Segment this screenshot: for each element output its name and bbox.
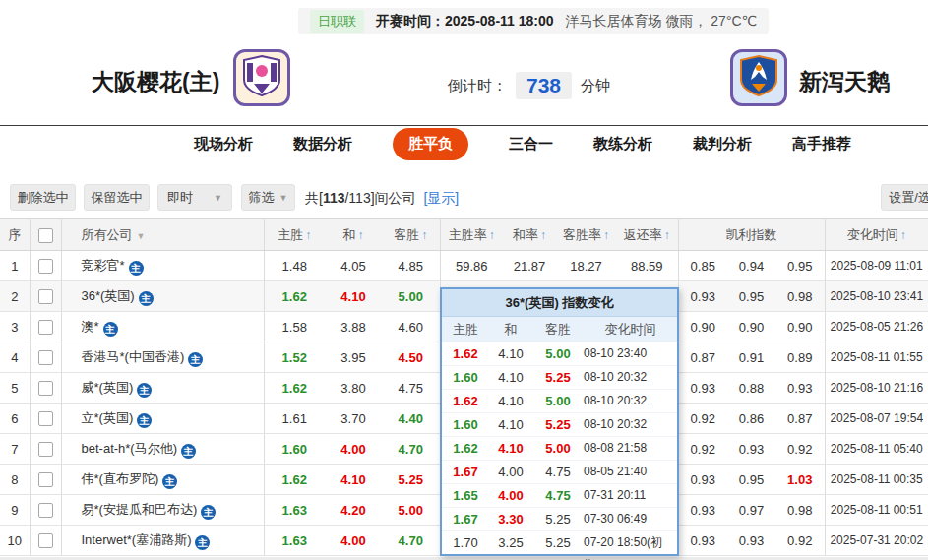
live-odds-dropdown[interactable]: 即时 ▼: [157, 184, 232, 211]
chevron-down-icon: ▼: [137, 231, 146, 241]
row-index: 3: [0, 312, 30, 342]
popup-odds-cell: 4.10: [489, 342, 532, 365]
popup-time-cell: 08-10 23:40: [584, 342, 677, 365]
tab-data-analysis[interactable]: 数据分析: [293, 135, 352, 154]
row-index: 10: [0, 526, 30, 556]
odds-cell: 4.85: [382, 251, 440, 281]
odds-cell: 4.60: [382, 312, 440, 342]
table-row: 1竞彩官*主1.484.054.8559.8621.8718.2788.590.…: [0, 251, 928, 281]
kelly-cell: 0.92: [678, 434, 727, 465]
sort-up-icon: ↑: [421, 228, 427, 242]
row-checkbox[interactable]: [30, 495, 61, 526]
settings-button[interactable]: 设置/选择: [881, 184, 928, 211]
company-name[interactable]: 威*(英国)主: [61, 373, 264, 404]
keep-selected-button[interactable]: 保留选中: [84, 184, 150, 211]
row-checkbox[interactable]: [30, 342, 61, 373]
kelly-cell: 0.88: [727, 373, 775, 404]
sort-up-icon: ↑: [305, 228, 311, 242]
row-checkbox[interactable]: [30, 434, 61, 465]
row-checkbox[interactable]: [30, 312, 61, 342]
company-name[interactable]: 伟*(直布罗陀)主: [61, 465, 264, 495]
odds-cell: 1.62: [264, 373, 325, 404]
company-name[interactable]: 易*(安提瓜和巴布达)主: [61, 495, 264, 526]
count-suffix: /113]间公司: [344, 190, 415, 206]
popup-row: 1.673.305.2507-30 06:49: [442, 507, 677, 530]
company-name[interactable]: 竞彩官*主: [61, 251, 264, 281]
row-checkbox[interactable]: [30, 281, 61, 312]
col-company-label: 所有公司: [82, 227, 133, 242]
count-number: 113: [323, 190, 345, 206]
kelly-cell: 0.94: [727, 251, 775, 281]
odds-cell: 3.70: [325, 404, 382, 434]
company-name[interactable]: 香港马*(中国香港)主: [61, 342, 264, 373]
change-time: 2025-08-10 21:16: [825, 373, 928, 404]
tab-referee-analysis[interactable]: 裁判分析: [693, 135, 752, 154]
row-checkbox[interactable]: [30, 404, 61, 434]
filter-dropdown[interactable]: 筛选 ▼: [241, 184, 295, 211]
popup-row: 1.624.105.0008-10 23:40: [442, 342, 677, 365]
popup-odds-cell: 4.10: [489, 366, 532, 389]
sort-up-icon: ↑: [540, 228, 546, 242]
tab-expert-picks[interactable]: 高手推荐: [792, 135, 851, 154]
popup-odds-cell: 4.75: [532, 484, 584, 507]
company-name[interactable]: Interwet*(塞浦路斯)主: [61, 526, 264, 556]
odds-cell: 3.80: [325, 373, 382, 404]
change-time: 2025-07-31 20:02: [825, 526, 928, 556]
tab-win-draw-lose[interactable]: 胜平负: [393, 128, 468, 160]
col-away-odds[interactable]: 客胜↑: [382, 219, 440, 251]
host-badge-icon: 主: [129, 261, 144, 276]
sort-up-icon: ↑: [603, 228, 609, 242]
rate-cell: 59.86: [440, 251, 503, 281]
popup-odds-cell: 5.00: [532, 437, 584, 460]
delete-selected-button[interactable]: 删除选中: [10, 184, 76, 211]
popup-header-row: 主胜 和 客胜 变化时间: [442, 317, 677, 342]
popup-row: 1.624.105.0008-08 21:58: [442, 436, 677, 460]
popup-odds-cell: 1.65: [442, 484, 489, 507]
tab-live-analysis[interactable]: 现场分析: [194, 135, 253, 154]
odds-cell: 1.63: [264, 495, 325, 526]
kelly-cell: 0.85: [678, 251, 727, 281]
odds-cell: 1.62: [264, 465, 325, 495]
select-all-checkbox[interactable]: [30, 219, 61, 251]
col-away-rate[interactable]: 客胜率↑: [556, 219, 616, 251]
popup-odds-cell: 1.67: [442, 508, 489, 530]
col-return-rate[interactable]: 返还率↑: [616, 219, 678, 251]
show-link[interactable]: [显示]: [423, 190, 459, 206]
kelly-cell: 0.93: [678, 526, 727, 556]
host-badge-icon: 主: [195, 535, 210, 550]
popup-odds-cell: 1.62: [442, 390, 489, 412]
away-team-logo: [730, 49, 787, 106]
company-name[interactable]: 立*(英国)主: [61, 404, 264, 434]
col-change-time[interactable]: 变化时间↑: [825, 219, 928, 251]
odds-cell: 1.52: [264, 342, 325, 373]
host-badge-icon: 主: [103, 322, 118, 337]
row-checkbox[interactable]: [30, 526, 61, 556]
popup-odds-cell: 1.70: [442, 531, 489, 560]
col-home-odds[interactable]: 主胜↑: [264, 219, 325, 251]
row-checkbox[interactable]: [30, 373, 61, 404]
row-checkbox[interactable]: [30, 465, 61, 495]
company-name[interactable]: 澳*主: [61, 312, 264, 342]
col-draw-odds[interactable]: 和↑: [325, 219, 382, 251]
kelly-cell: 0.95: [727, 465, 775, 495]
odds-cell: 4.75: [382, 373, 440, 404]
change-time: 2025-08-09 11:01: [825, 251, 928, 281]
row-checkbox[interactable]: [30, 251, 61, 281]
col-draw-rate[interactable]: 和率↑: [503, 219, 556, 251]
kelly-cell: 0.90: [678, 312, 727, 342]
col-company[interactable]: 所有公司▼: [61, 219, 264, 251]
kelly-cell: 0.86: [727, 404, 775, 434]
popup-col-away: 客胜: [532, 317, 584, 342]
company-name[interactable]: 36*(英国)主: [61, 281, 264, 312]
kelly-cell: 0.90: [727, 312, 775, 342]
kelly-cell: 0.93: [678, 373, 727, 404]
company-name[interactable]: bet-at-h*(马尔他)主: [61, 434, 264, 465]
popup-col-home: 主胜: [442, 317, 489, 342]
kelly-cell: 0.92: [775, 434, 825, 465]
popup-time-cell: 08-10 20:32: [584, 390, 677, 412]
tab-coach-analysis[interactable]: 教练分析: [593, 135, 652, 154]
popup-odds-cell: 5.00: [532, 390, 584, 412]
tab-three-in-one[interactable]: 三合一: [509, 135, 553, 154]
col-home-rate[interactable]: 主胜率↑: [440, 219, 503, 251]
kelly-cell: 1.03: [775, 465, 825, 495]
